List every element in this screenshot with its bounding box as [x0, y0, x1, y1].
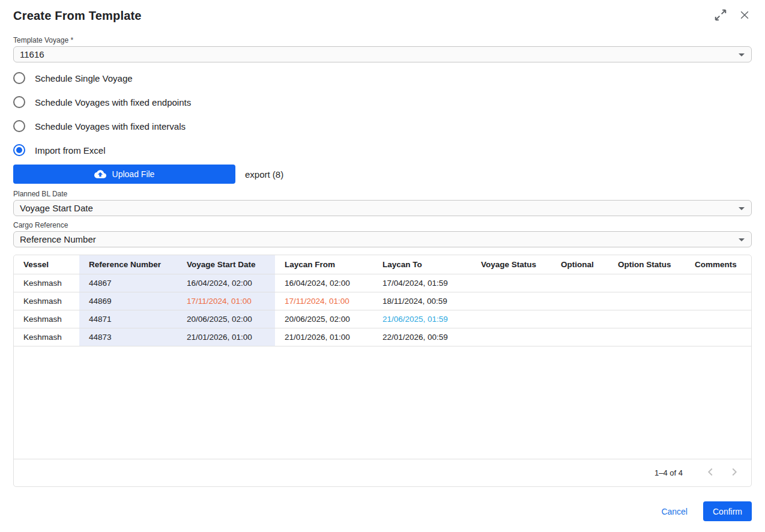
page-title: Create From Template [13, 9, 142, 23]
chevron-left-icon [704, 465, 717, 480]
table-cell [551, 274, 608, 292]
table-cell [685, 274, 752, 292]
pagination-range-label: 1–4 of 4 [655, 468, 683, 477]
next-page-button[interactable] [727, 466, 742, 480]
radio-label: Schedule Voyages with fixed endpoints [35, 97, 191, 107]
radio-label: Import from Excel [35, 145, 106, 156]
table-cell: Keshmash [14, 310, 79, 328]
radio-unselected-icon [13, 96, 25, 108]
table-cell: 17/04/2024, 01:59 [373, 274, 471, 292]
table-cell [608, 292, 685, 310]
table-cell: 16/04/2024, 02:00 [177, 274, 275, 292]
upload-file-button[interactable]: Upload File [13, 165, 235, 184]
radio-option-schedule-voyages-with-fixed-intervals[interactable]: Schedule Voyages with fixed intervals [13, 120, 752, 132]
radio-label: Schedule Single Voyage [35, 73, 133, 83]
table-cell [685, 292, 752, 310]
table-cell: 18/11/2024, 00:59 [373, 292, 471, 310]
voyages-table-card: VesselReference NumberVoyage Start DateL… [13, 255, 752, 487]
export-link[interactable]: export (8) [245, 169, 283, 180]
chevron-down-icon [734, 232, 749, 247]
table-cell: Keshmash [14, 292, 79, 310]
table-cell: 20/06/2025, 02:00 [177, 310, 275, 328]
close-icon [739, 9, 751, 23]
column-header-optional[interactable]: Optional [551, 255, 608, 274]
table-cell [551, 310, 608, 328]
cancel-button[interactable]: Cancel [652, 502, 697, 521]
expand-dialog-button[interactable] [713, 8, 728, 23]
planned-bl-date-select[interactable]: Voyage Start Date [13, 200, 752, 216]
column-header-vessel[interactable]: Vessel [14, 255, 79, 274]
table-row[interactable]: Keshmash4486917/11/2024, 01:0017/11/2024… [14, 292, 752, 310]
table-row[interactable]: Keshmash4487120/06/2025, 02:0020/06/2025… [14, 310, 752, 328]
schedule-mode-radio-group: Schedule Single VoyageSchedule Voyages w… [13, 72, 752, 168]
chevron-down-icon [734, 201, 749, 216]
table-cell [471, 328, 551, 346]
radio-selected-icon [13, 144, 25, 156]
table-cell [551, 292, 608, 310]
radio-option-schedule-voyages-with-fixed-endpoints[interactable]: Schedule Voyages with fixed endpoints [13, 96, 752, 108]
confirm-button[interactable]: Confirm [703, 501, 752, 521]
table-cell: 21/01/2026, 01:00 [177, 328, 275, 346]
chevron-down-icon [734, 47, 749, 62]
column-header-laycan-from[interactable]: Laycan From [275, 255, 373, 274]
table-empty-area [14, 346, 751, 459]
template-voyage-label: Template Voyage * [13, 36, 752, 44]
table-cell: 44869 [79, 292, 177, 310]
radio-option-import-from-excel[interactable]: Import from Excel [13, 144, 752, 156]
cargo-reference-select[interactable]: Reference Number [13, 231, 752, 247]
column-header-voyage-start-date[interactable]: Voyage Start Date [177, 255, 275, 274]
column-header-reference-number[interactable]: Reference Number [79, 255, 177, 274]
cargo-reference-field: Cargo Reference Reference Number [13, 221, 752, 247]
table-cell: Keshmash [14, 274, 79, 292]
radio-label: Schedule Voyages with fixed intervals [35, 121, 186, 131]
table-cell: 21/01/2026, 01:00 [275, 328, 373, 346]
table-cell [608, 328, 685, 346]
table-cell [551, 328, 608, 346]
template-voyage-field: Template Voyage * 11616 [13, 36, 752, 62]
cargo-reference-label: Cargo Reference [13, 221, 752, 229]
planned-bl-date-field: Planned BL Date Voyage Start Date [13, 190, 752, 216]
cloud-upload-icon [94, 168, 106, 180]
cargo-reference-value: Reference Number [20, 234, 96, 244]
close-dialog-button[interactable] [737, 8, 752, 23]
table-pagination: 1–4 of 4 [14, 459, 751, 486]
table-cell [471, 310, 551, 328]
table-cell [608, 274, 685, 292]
column-header-voyage-status[interactable]: Voyage Status [471, 255, 551, 274]
open-in-full-icon [714, 8, 727, 23]
radio-unselected-icon [13, 72, 25, 84]
previous-page-button[interactable] [703, 466, 718, 480]
table-cell: 44871 [79, 310, 177, 328]
table-cell: 44873 [79, 328, 177, 346]
table-cell [685, 328, 752, 346]
upload-row: Upload File export (8) [13, 165, 752, 184]
upload-file-label: Upload File [112, 169, 155, 179]
table-body: Keshmash4486716/04/2024, 02:0016/04/2024… [14, 274, 752, 346]
header-icons [713, 8, 752, 23]
table-cell: 44867 [79, 274, 177, 292]
table-cell: 21/06/2025, 01:59 [373, 310, 471, 328]
voyages-table: VesselReference NumberVoyage Start DateL… [14, 255, 752, 346]
table-cell [685, 310, 752, 328]
table-cell: 20/06/2025, 02:00 [275, 310, 373, 328]
template-voyage-select[interactable]: 11616 [13, 46, 752, 62]
table-row[interactable]: Keshmash4487321/01/2026, 01:0021/01/2026… [14, 328, 752, 346]
dialog-header: Create From Template [13, 8, 752, 23]
radio-unselected-icon [13, 120, 25, 132]
planned-bl-date-label: Planned BL Date [13, 190, 752, 198]
table-cell: 16/04/2024, 02:00 [275, 274, 373, 292]
chevron-right-icon [728, 465, 741, 480]
dialog-actions: Cancel Confirm [13, 487, 752, 528]
table-cell: 17/11/2024, 01:00 [275, 292, 373, 310]
table-cell [608, 310, 685, 328]
planned-bl-date-value: Voyage Start Date [20, 203, 93, 213]
table-cell: 17/11/2024, 01:00 [177, 292, 275, 310]
radio-option-schedule-single-voyage[interactable]: Schedule Single Voyage [13, 72, 752, 84]
table-cell: 22/01/2026, 00:59 [373, 328, 471, 346]
table-cell [471, 274, 551, 292]
column-header-laycan-to[interactable]: Laycan To [373, 255, 471, 274]
column-header-option-status[interactable]: Option Status [608, 255, 685, 274]
table-row[interactable]: Keshmash4486716/04/2024, 02:0016/04/2024… [14, 274, 752, 292]
column-header-comments[interactable]: Comments [685, 255, 752, 274]
table-cell: Keshmash [14, 328, 79, 346]
